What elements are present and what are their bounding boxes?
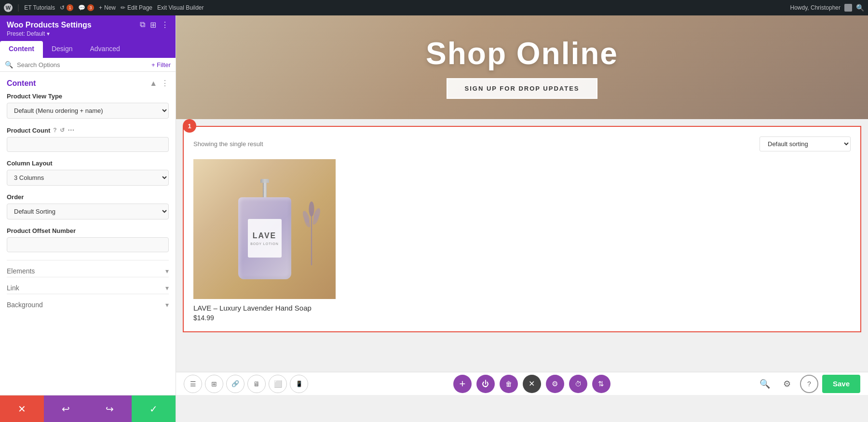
tab-design[interactable]: Design [43,41,81,58]
elements-chevron-icon: ▾ [165,267,169,275]
elements-section: Elements ▾ [7,260,169,275]
link-title: Link [7,284,19,292]
more-icon[interactable]: ⋮ [161,20,169,29]
search-toolbar-icon[interactable]: 🔍 [756,375,774,393]
column-layout-select[interactable]: 3 Columns [7,170,169,186]
sort-select[interactable]: Default sorting Sort by popularity Sort … [760,136,851,151]
column-layout-group: Column Layout 3 Columns [7,160,169,186]
sidebar: Woo Products Settings ⧉ ⊞ ⋮ Preset: Defa… [0,15,176,422]
list-item: LAVE BODY LOTION [193,159,336,322]
undo-button[interactable]: ↩ [44,395,88,422]
add-module-button[interactable]: + [453,375,472,393]
background-section: Background ▾ [7,294,169,309]
power-button[interactable]: ⏻ [476,375,495,393]
order-select[interactable]: Default Sorting [7,204,169,219]
hero-cta-button[interactable]: SIGN UP FOR DROP UPDATES [447,78,598,99]
background-chevron-icon: ▾ [165,301,169,309]
help-icon[interactable]: ? [800,375,818,393]
admin-search-icon[interactable]: 🔍 [856,4,864,12]
hero-title: Shop Online [426,36,618,71]
background-title: Background [7,301,43,309]
redo-button[interactable]: ↪ [88,395,132,422]
tab-advanced[interactable]: Advanced [81,41,128,58]
product-offset-group: Product Offset Number 0 [7,227,169,252]
site-name[interactable]: ET Tutorials [24,4,55,11]
global-settings-icon[interactable]: ⚙ [778,375,796,393]
search-input[interactable] [17,61,148,68]
search-bar: 🔍 + Filter [0,58,176,72]
lavender-decoration [292,169,331,265]
product-view-type-select[interactable]: Default (Menu ordering + name) [7,103,169,119]
product-grid: LAVE BODY LOTION [193,159,851,322]
product-count-help-icon[interactable]: ? [53,127,56,134]
main-layout: Woo Products Settings ⧉ ⊞ ⋮ Preset: Defa… [0,0,868,422]
edit-page-item[interactable]: ✏ Edit Page [121,4,152,11]
order-group: Order Default Sorting [7,193,169,219]
bottom-toolbar: ☰ ⊞ 🔗 🖥 ⬜ 📱 + ⏻ 🗑 ✕ ⚙ ⏱ ⇅ 🔍 ⚙ ? Save [176,372,868,395]
product-image: LAVE BODY LOTION [193,159,336,299]
toolbar-grid-icon[interactable]: ⊞ [205,375,223,393]
updates-item[interactable]: ↺ 1 [60,4,73,11]
save-button[interactable]: Save [822,375,860,393]
module-settings-button[interactable]: ⚙ [546,375,564,393]
sidebar-content: Content ▲ ⋮ Product View Type Default (M… [0,72,176,395]
toolbar-tablet-icon[interactable]: ⬜ [269,375,287,393]
content-section-header: Content ▲ ⋮ [7,79,169,88]
search-icon: 🔍 [5,61,13,68]
background-header[interactable]: Background ▾ [7,301,169,309]
filter-button[interactable]: + Filter [151,61,171,68]
wordpress-logo[interactable]: W [4,3,13,12]
discard-button[interactable]: ✕ [0,395,44,422]
sidebar-title: Woo Products Settings [7,21,92,29]
copy-icon[interactable]: ⧉ [140,20,145,29]
section-badge: 1 [183,119,196,133]
history-button[interactable]: ⏱ [569,375,587,393]
preset-selector[interactable]: Preset: Default ▾ [7,30,169,37]
howdy-text: Howdy, Christopher [790,4,841,11]
admin-bar-right: Howdy, Christopher 🔍 [790,4,864,12]
products-header: Showing the single result Default sortin… [193,136,851,151]
sidebar-bottom: ✕ ↩ ↪ ✓ [0,395,176,422]
products-section: 1 Showing the single result Default sort… [183,126,861,332]
product-count-input[interactable]: 9 [7,137,169,152]
link-header[interactable]: Link ▾ [7,284,169,292]
exit-builder-item[interactable]: Exit Visual Builder [157,4,204,11]
admin-avatar[interactable] [844,4,852,12]
product-name: LAVE – Luxury Lavender Hand Soap [193,304,336,312]
columns-icon[interactable]: ⊞ [150,20,156,29]
elements-header[interactable]: Elements ▾ [7,267,169,275]
admin-bar: W | ET Tutorials ↺ 1 💬 3 + New ✏ Edit Pa… [0,0,868,15]
confirm-button[interactable]: ✓ [132,395,176,422]
sidebar-tabs: Content Design Advanced [0,41,176,58]
product-count-reset-icon[interactable]: ↺ [60,127,65,134]
sidebar-header: Woo Products Settings ⧉ ⊞ ⋮ Preset: Defa… [0,15,176,41]
section-more-icon[interactable]: ⋮ [161,79,169,88]
toolbar-link-icon[interactable]: 🔗 [226,375,244,393]
new-item[interactable]: + New [99,4,116,11]
toolbar-desktop-icon[interactable]: 🖥 [247,375,266,393]
sort-button[interactable]: ⇅ [592,375,610,393]
toolbar-mobile-icon[interactable]: 📱 [290,375,308,393]
product-count-group: Product Count ? ↺ ⋯ 9 [7,126,169,152]
hero-section: Shop Online SIGN UP FOR DROP UPDATES [176,15,868,119]
soap-brand-label: LAVE [253,231,276,240]
product-illustration: LAVE BODY LOTION [238,179,291,279]
close-button[interactable]: ✕ [523,375,541,393]
product-price: $14.99 [193,314,336,322]
admin-bar-left: W | ET Tutorials ↺ 1 💬 3 + New ✏ Edit Pa… [4,3,785,12]
svg-point-3 [309,202,314,217]
link-section: Link ▾ [7,277,169,292]
delete-button[interactable]: 🗑 [500,375,518,393]
product-offset-input[interactable]: 0 [7,237,169,252]
toolbar-hamburger-icon[interactable]: ☰ [184,375,202,393]
product-count-more-icon[interactable]: ⋯ [68,126,74,134]
soap-sub-label: BODY LOTION [250,242,279,245]
comments-item[interactable]: 💬 3 [78,4,94,11]
tab-content[interactable]: Content [0,41,43,58]
link-chevron-icon: ▾ [165,284,169,292]
product-view-type-group: Product View Type Default (Menu ordering… [7,93,169,119]
showing-text: Showing the single result [193,140,263,148]
collapse-icon[interactable]: ▲ [149,79,157,88]
content-section-title: Content [7,79,36,88]
comments-count: 3 [87,4,94,11]
